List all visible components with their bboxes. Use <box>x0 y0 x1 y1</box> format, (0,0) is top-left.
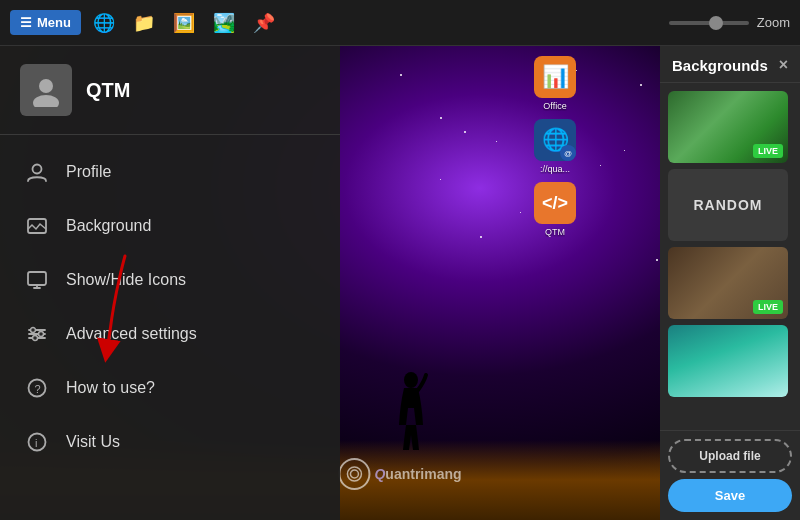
visit-label: Visit Us <box>66 433 120 451</box>
bg-item-plain[interactable] <box>668 325 788 397</box>
bg-panel-header: Backgrounds × <box>660 46 800 83</box>
bg-close-button[interactable]: × <box>779 56 788 74</box>
advanced-icon <box>24 321 50 347</box>
svg-point-2 <box>347 467 361 481</box>
zoom-area: Zoom <box>669 15 790 30</box>
svg-point-3 <box>39 79 53 93</box>
how-to-label: How to use? <box>66 379 155 397</box>
svg-point-0 <box>404 372 418 388</box>
office-icon-item[interactable]: 📊 Office <box>529 56 581 111</box>
background-icon <box>24 213 50 239</box>
globe-badge: @ <box>560 145 576 161</box>
svg-point-4 <box>33 95 59 107</box>
office-label: Office <box>543 101 566 111</box>
svg-point-15 <box>33 336 38 341</box>
username: QTM <box>86 79 130 102</box>
globe-icon-item[interactable]: 🌐 @ ://qua... <box>529 119 581 174</box>
folder-toolbar-icon[interactable]: 📁 <box>127 6 161 40</box>
save-button[interactable]: Save <box>668 479 792 512</box>
qtm-icon: </> <box>534 182 576 224</box>
watermark-icon <box>338 458 370 490</box>
profile-label: Profile <box>66 163 111 181</box>
menu-icon: ☰ <box>20 15 32 30</box>
gear-watermark-icon <box>345 465 363 483</box>
gallery-toolbar-icon[interactable]: 🖼️ <box>167 6 201 40</box>
pin-toolbar-icon[interactable]: 📌 <box>247 6 281 40</box>
picture-toolbar-icon[interactable]: 🏞️ <box>207 6 241 40</box>
bg-panel-footer: Upload file Save <box>660 430 800 520</box>
upload-file-button[interactable]: Upload file <box>668 439 792 473</box>
live-badge-2: LIVE <box>753 300 783 314</box>
background-label: Background <box>66 217 151 235</box>
visit-icon: i <box>24 429 50 455</box>
sidebar-nav: Profile Background <box>0 135 340 479</box>
qtm-label: QTM <box>545 227 565 237</box>
main-area: 📊 Office 🌐 @ ://qua... </> QTM <box>0 46 800 520</box>
bg-list: LIVE RANDOM LIVE <box>660 83 800 430</box>
avatar-icon <box>29 73 63 107</box>
sidebar-item-show-hide[interactable]: Show/Hide Icons <box>0 253 340 307</box>
random-label: RANDOM <box>694 197 763 213</box>
sidebar: QTM Profile Back <box>0 46 340 520</box>
sidebar-item-visit[interactable]: i Visit Us <box>0 415 340 469</box>
sidebar-item-how-to[interactable]: ? How to use? <box>0 361 340 415</box>
sidebar-item-advanced[interactable]: Advanced settings <box>0 307 340 361</box>
backgrounds-panel: Backgrounds × LIVE RANDOM LIVE <box>660 46 800 520</box>
svg-text:?: ? <box>35 383 41 395</box>
desktop-icons-area: 📊 Office 🌐 @ ://qua... </> QTM <box>525 46 585 520</box>
globe-icon-desk: 🌐 @ <box>534 119 576 161</box>
profile-icon <box>24 159 50 185</box>
how-to-icon: ? <box>24 375 50 401</box>
office-icon: 📊 <box>534 56 576 98</box>
menu-label: Menu <box>37 15 71 30</box>
bg-item-random[interactable]: RANDOM <box>668 169 788 241</box>
watermark: Quantrimang <box>338 458 461 490</box>
svg-point-14 <box>39 332 44 337</box>
sidebar-item-profile[interactable]: Profile <box>0 145 340 199</box>
bg-item-live-2[interactable]: LIVE <box>668 247 788 319</box>
zoom-label: Zoom <box>757 15 790 30</box>
arrow-annotation <box>95 251 155 375</box>
menu-button[interactable]: ☰ Menu <box>10 10 81 35</box>
zoom-slider[interactable] <box>669 21 749 25</box>
globe-toolbar-icon[interactable]: 🌐 <box>87 6 121 40</box>
svg-text:i: i <box>35 437 37 449</box>
bg-item-live-1[interactable]: LIVE <box>668 91 788 163</box>
svg-point-1 <box>350 470 358 478</box>
sidebar-user: QTM <box>0 46 340 135</box>
live-badge-1: LIVE <box>753 144 783 158</box>
silhouette <box>392 370 430 465</box>
toolbar: ☰ Menu 🌐 📁 🖼️ 🏞️ 📌 Zoom <box>0 0 800 46</box>
show-hide-icon <box>24 267 50 293</box>
svg-point-5 <box>33 165 42 174</box>
svg-rect-7 <box>28 272 46 285</box>
svg-point-13 <box>31 328 36 333</box>
sidebar-item-background[interactable]: Background <box>0 199 340 253</box>
qtm-icon-item[interactable]: </> QTM <box>529 182 581 237</box>
watermark-text: Quantrimang <box>374 466 461 482</box>
avatar <box>20 64 72 116</box>
bg-panel-title: Backgrounds <box>672 57 768 74</box>
globe-label: ://qua... <box>540 164 570 174</box>
